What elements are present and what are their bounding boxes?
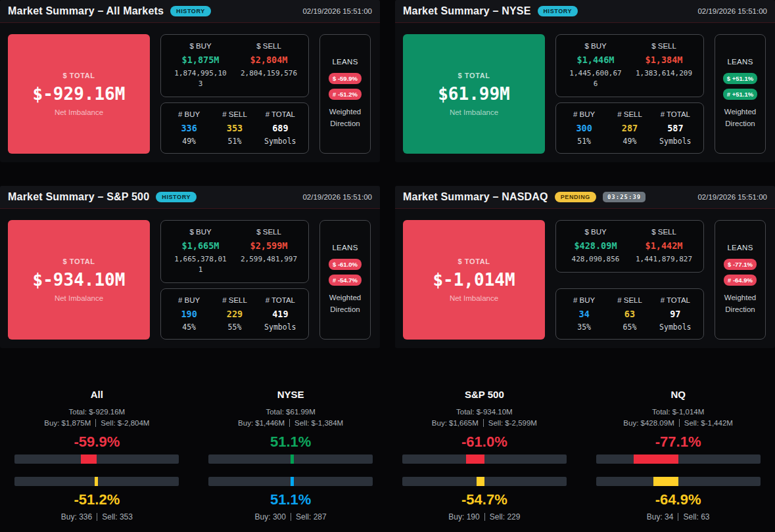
divider (484, 513, 485, 521)
dollar-buy-col: $ BUY $1,875M 1,874,995,103 (166, 42, 235, 89)
net-imbalance-caption: Net Imbalance (55, 294, 103, 302)
net-total-label: $ TOTAL (458, 72, 490, 79)
summary-total: Total: $-1,014M (581, 408, 775, 416)
dollar-buy-col: $ BUY $1,665M 1,665,378,011 (166, 228, 235, 275)
weighted-direction-caption: Weighted Direction (724, 292, 756, 316)
count-total-caption: Symbols (653, 137, 698, 146)
count-sell-col: # SELL 287 49% (607, 110, 652, 146)
net-total-label: $ TOTAL (62, 257, 95, 265)
dollar-lean-bar (14, 454, 179, 464)
leans-header: LEANS (332, 244, 358, 252)
panel-all-markets: Market Summary – All Markets HISTORY 02/… (0, 0, 380, 162)
market-summary-grid: Market Summary – All Markets HISTORY 02/… (0, 0, 775, 348)
panel-title: Market Summary – All Markets (8, 5, 164, 17)
dollar-buy-raw: 428,090,856 (569, 254, 621, 265)
weighted-direction-caption: Weighted Direction (329, 292, 361, 316)
summary-buy-count: Buy: 336 (61, 512, 92, 521)
dollar-sell-value: $1,442M (630, 240, 698, 251)
dollar-lean-band (466, 454, 484, 464)
dollar-lean-band (291, 454, 294, 464)
summary-sell-dollars: Sell: $-1,384M (294, 419, 343, 427)
weighted-direction-caption: Weighted Direction (724, 106, 756, 130)
count-lean-percent: -64.9% (581, 491, 775, 508)
dollar-lean-percent: -61.0% (388, 433, 582, 451)
count-buy-header: # BUY (166, 296, 212, 304)
dollar-sell-header: $ SELL (630, 42, 698, 50)
dollar-lean-band (81, 454, 97, 464)
summary-column-sp500: S&P 500 Total: $-934.10M Buy: $1,665MSel… (388, 389, 582, 521)
stats-column: $ BUY $1,875M 1,874,995,103 $ SELL $2,80… (160, 34, 309, 154)
dollar-sell-raw: 1,383,614,209 (630, 68, 698, 79)
net-imbalance-card: $ TOTAL $61.99M Net Imbalance (403, 34, 545, 154)
dollar-sell-value: $2,804M (235, 55, 303, 65)
dollar-flow-box: $ BUY $1,446M 1,445,600,676 $ SELL $1,38… (555, 34, 704, 97)
summary-count-flow: Buy: 34Sell: 63 (581, 512, 775, 521)
divider (483, 419, 484, 427)
panel-body: $ TOTAL $-1,014M Net Imbalance $ BUY $42… (395, 209, 775, 348)
count-sell-col: # SELL 353 51% (212, 110, 257, 146)
net-total-value: $61.99M (438, 84, 510, 104)
count-lean-bar (596, 477, 761, 486)
dollar-lean-bar (596, 454, 761, 464)
summary-sell-dollars: Sell: $-1,442M (684, 419, 733, 427)
count-sell-pct: 65% (607, 322, 652, 332)
pending-badge[interactable]: PENDING (555, 192, 596, 202)
panel-title: Market Summary – NASDAQ (403, 191, 548, 203)
summary-buy-dollars: Buy: $1,665M (432, 419, 479, 427)
dollar-sell-raw: 2,599,481,997 (235, 254, 303, 265)
count-total-value: 419 (258, 309, 303, 319)
count-lean-band (477, 477, 484, 486)
count-sell-value: 229 (212, 309, 257, 319)
panel-body: $ TOTAL $-929.16M Net Imbalance $ BUY $1… (0, 23, 380, 162)
dollar-buy-header: $ BUY (166, 228, 235, 236)
dollar-sell-raw: 2,804,159,576 (235, 68, 303, 79)
leans-header: LEANS (332, 58, 358, 66)
countdown-timer-badge: 03:25:39 (603, 192, 646, 202)
count-buy-pct: 35% (561, 322, 607, 332)
net-imbalance-caption: Net Imbalance (450, 108, 498, 116)
dollar-flow-box: $ BUY $428.09M 428,090,856 $ SELL $1,442… (555, 220, 704, 273)
dollar-lean-badge: $ +51.1% (723, 73, 757, 84)
dollar-lean-badge: $ -61.0% (329, 259, 362, 270)
count-lean-badge: # -51.2% (329, 89, 362, 100)
count-box: # BUY 34 35% # SELL 63 65% # TOTAL 97 Sy… (555, 288, 704, 340)
panel-title: Market Summary – S&P 500 (8, 191, 149, 203)
count-buy-value: 34 (561, 309, 607, 319)
count-total-caption: Symbols (258, 322, 303, 332)
count-sell-col: # SELL 63 65% (607, 296, 652, 332)
dollar-lean-percent: -59.9% (0, 433, 194, 451)
summary-total: Total: $-934.10M (388, 408, 582, 416)
dollar-sell-col: $ SELL $2,804M 2,804,159,576 (235, 42, 303, 89)
divider (289, 419, 290, 427)
divider (97, 513, 97, 521)
net-total-label: $ TOTAL (62, 72, 95, 79)
summary-column-nq: NQ Total: $-1,014M Buy: $428.09MSell: $-… (581, 389, 775, 521)
count-total-value: 587 (653, 123, 698, 133)
count-lean-percent: -51.2% (0, 491, 194, 508)
count-lean-bar (14, 477, 179, 486)
leans-card: LEANS $ +51.1% # +51.1% Weighted Directi… (715, 34, 766, 154)
count-total-col: # TOTAL 97 Symbols (653, 296, 698, 332)
count-sell-header: # SELL (607, 296, 652, 304)
timestamp: 02/19/2026 15:51:00 (302, 7, 372, 15)
history-badge[interactable]: HISTORY (156, 192, 197, 202)
history-badge[interactable]: HISTORY (538, 6, 578, 16)
net-total-label: $ TOTAL (458, 257, 490, 265)
dollar-buy-col: $ BUY $428.09M 428,090,856 (561, 228, 630, 265)
count-buy-value: 190 (166, 309, 212, 319)
summary-buy-count: Buy: 190 (448, 512, 479, 521)
count-buy-header: # BUY (561, 110, 607, 118)
count-total-caption: Symbols (258, 137, 303, 146)
panel-header: Market Summary – NYSE HISTORY 02/19/2026… (395, 0, 775, 23)
count-buy-col: # BUY 190 45% (166, 296, 212, 332)
dollar-sell-header: $ SELL (235, 42, 303, 50)
leans-header: LEANS (727, 58, 753, 66)
count-box: # BUY 190 45% # SELL 229 55% # TOTAL 419… (160, 288, 309, 340)
count-lean-band (653, 477, 678, 486)
history-badge[interactable]: HISTORY (170, 6, 211, 16)
count-sell-header: # SELL (212, 296, 257, 304)
panel-header: Market Summary – S&P 500 HISTORY 02/19/2… (0, 186, 380, 209)
divider (679, 419, 680, 427)
panel-nyse: Market Summary – NYSE HISTORY 02/19/2026… (395, 0, 775, 162)
dollar-buy-col: $ BUY $1,446M 1,445,600,676 (561, 42, 630, 89)
